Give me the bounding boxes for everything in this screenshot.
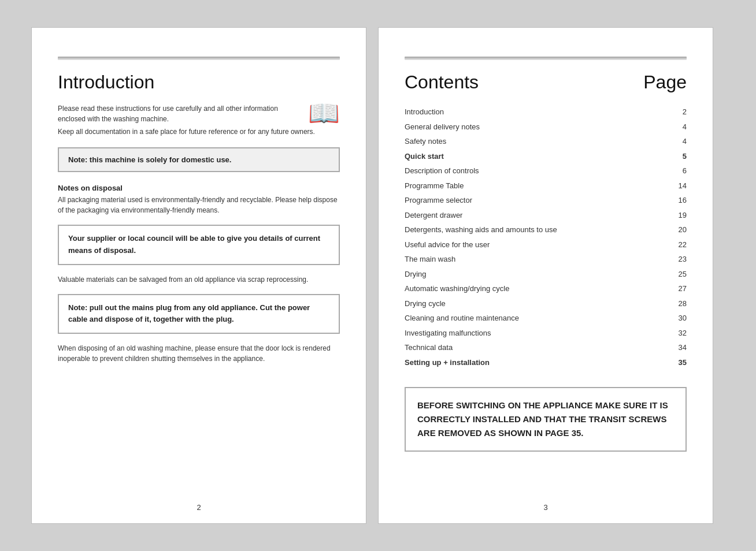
toc-row: Useful advice for the user22 — [405, 237, 687, 252]
top-bar-left — [58, 57, 340, 60]
toc-item-page: 4 — [677, 136, 687, 147]
toc-item-page: 19 — [673, 210, 687, 221]
left-page-number: 2 — [197, 503, 201, 512]
warning-box: BEFORE SWITCHING ON THE APPLIANCE MAKE S… — [405, 387, 687, 452]
toc-item-page: 14 — [673, 180, 687, 192]
toc-item-page: 6 — [677, 165, 687, 177]
intro-section: 📖 Please read these instructions for use… — [58, 103, 340, 137]
toc-item-page: 30 — [673, 312, 687, 324]
contents-header: Contents Page — [405, 72, 687, 93]
intro-para-2: Keep all documentation in a safe place f… — [58, 126, 340, 137]
toc-row: Programme Table14 — [405, 178, 687, 193]
salvage-text: Valuable materials can be salvaged from … — [58, 274, 340, 285]
toc-row: Drying25 — [405, 267, 687, 282]
toc-item-label: Detergent drawer — [405, 210, 462, 221]
toc-item-page: 22 — [673, 239, 687, 251]
supplier-box: Your supplier or local council will be a… — [58, 225, 340, 265]
toc-item-label: Setting up + installation — [405, 357, 490, 368]
toc-item-page: 5 — [677, 151, 687, 162]
disposal-section: Notes on disposal All packaging material… — [58, 184, 340, 215]
toc-item-page: 25 — [673, 269, 687, 280]
toc-item-page: 28 — [673, 298, 687, 310]
left-page-title: Introduction — [58, 72, 340, 93]
toc-row: Quick start5 — [405, 149, 687, 164]
door-text: When disposing of an old washing machine… — [58, 343, 340, 364]
top-bar-right — [405, 57, 687, 60]
toc-item-label: Safety notes — [405, 136, 446, 147]
toc-row: Investigating malfunctions32 — [405, 326, 687, 341]
disposal-heading: Notes on disposal — [58, 184, 340, 192]
toc-item-page: 32 — [673, 327, 687, 339]
toc-row: Introduction2 — [405, 105, 687, 120]
toc-item-page: 27 — [673, 283, 687, 295]
toc-item-label: Cleaning and routine maintenance — [405, 312, 519, 324]
toc-item-label: General delivery notes — [405, 121, 480, 133]
toc-item-label: Programme Table — [405, 180, 464, 192]
toc-row: Programme selector16 — [405, 193, 687, 208]
toc-item-page: 20 — [673, 224, 687, 236]
toc-row: Technical data34 — [405, 340, 687, 355]
disposal-text: All packaging material used is environme… — [58, 195, 340, 215]
table-of-contents: Introduction2General delivery notes4Safe… — [405, 105, 687, 370]
toc-row: Detergents, washing aids and amounts to … — [405, 222, 687, 237]
toc-item-page: 23 — [673, 254, 687, 265]
toc-item-label: Introduction — [405, 106, 444, 118]
toc-item-label: Drying — [405, 269, 427, 280]
right-page: Contents Page Introduction2General deliv… — [378, 27, 713, 524]
contents-title: Contents — [405, 72, 479, 93]
toc-row: Cleaning and routine maintenance30 — [405, 311, 687, 326]
toc-item-page: 35 — [673, 357, 687, 368]
toc-row: The main wash23 — [405, 252, 687, 267]
document-spread: Introduction 📖 Please read these instruc… — [31, 27, 725, 524]
toc-row: Safety notes4 — [405, 134, 687, 149]
toc-item-label: Investigating malfunctions — [405, 327, 491, 339]
toc-item-page: 2 — [677, 106, 687, 118]
toc-item-label: Description of controls — [405, 165, 479, 177]
toc-item-label: The main wash — [405, 254, 455, 265]
toc-item-page: 34 — [673, 342, 687, 353]
toc-item-label: Programme selector — [405, 195, 472, 206]
toc-item-page: 4 — [677, 121, 687, 133]
toc-row: Drying cycle28 — [405, 296, 687, 311]
toc-item-label: Useful advice for the user — [405, 239, 490, 251]
toc-item-label: Quick start — [405, 151, 444, 162]
right-page-number: 3 — [543, 503, 547, 512]
book-icon: 📖 — [308, 100, 340, 126]
toc-item-label: Technical data — [405, 342, 453, 353]
toc-item-label: Detergents, washing aids and amounts to … — [405, 224, 557, 236]
left-page: Introduction 📖 Please read these instruc… — [31, 27, 366, 524]
toc-item-label: Automatic washing/drying cycle — [405, 283, 509, 295]
domestic-use-note: Note: this machine is solely for domesti… — [58, 147, 340, 172]
toc-row: Setting up + installation35 — [405, 355, 687, 370]
toc-row: Description of controls6 — [405, 163, 687, 178]
toc-row: General delivery notes4 — [405, 120, 687, 135]
intro-para-1: Please read these instructions for use c… — [58, 103, 340, 124]
toc-row: Detergent drawer19 — [405, 208, 687, 223]
toc-row: Automatic washing/drying cycle27 — [405, 281, 687, 296]
contents-page-label: Page — [643, 72, 687, 93]
toc-item-label: Drying cycle — [405, 298, 446, 310]
mains-box: Note: pull out the mains plug from any o… — [58, 294, 340, 334]
toc-item-page: 16 — [673, 195, 687, 206]
